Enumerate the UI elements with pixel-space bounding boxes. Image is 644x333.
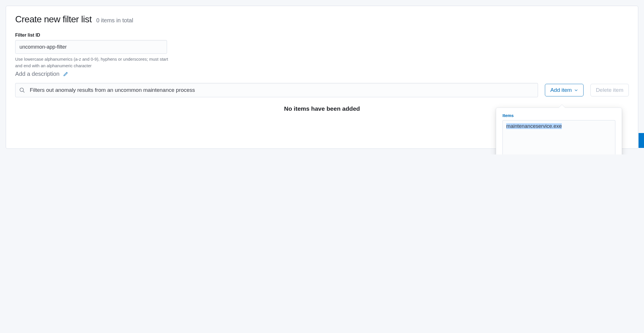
description-placeholder: Add a description (15, 71, 60, 77)
filter-id-input[interactable] (15, 40, 167, 54)
filter-id-field-group: Filter list ID Use lowercase alphanumeri… (15, 33, 629, 69)
page-title: Create new filter list (15, 14, 92, 25)
description-row[interactable]: Add a description (15, 71, 629, 77)
filter-id-help-text: Use lowercase alphanumerics (a-z and 0-9… (15, 56, 170, 69)
items-textarea[interactable]: maintenanceservice.exe (502, 120, 615, 154)
chevron-down-icon (574, 88, 578, 92)
pencil-icon[interactable] (63, 72, 68, 77)
side-panel-edge (639, 133, 644, 148)
svg-point-0 (20, 88, 24, 92)
add-item-popover: Items maintenanceservice.exe Enter one i… (496, 108, 622, 154)
item-count: 0 items in total (96, 17, 133, 24)
toolbar: Add item Delete item (15, 83, 629, 97)
add-item-button[interactable]: Add item (545, 84, 584, 96)
create-filter-list-panel: Create new filter list 0 items in total … (6, 6, 638, 149)
items-label: Items (502, 113, 615, 118)
delete-item-button: Delete item (590, 84, 629, 96)
add-item-label: Add item (550, 87, 572, 93)
search-input[interactable] (15, 83, 538, 97)
delete-item-label: Delete item (596, 87, 623, 93)
items-textarea-selection: maintenanceservice.exe (506, 123, 562, 129)
search-wrapper (15, 83, 538, 97)
svg-line-1 (23, 91, 24, 92)
header: Create new filter list 0 items in total (15, 14, 629, 25)
filter-id-label: Filter list ID (15, 33, 629, 38)
search-icon (19, 87, 25, 93)
